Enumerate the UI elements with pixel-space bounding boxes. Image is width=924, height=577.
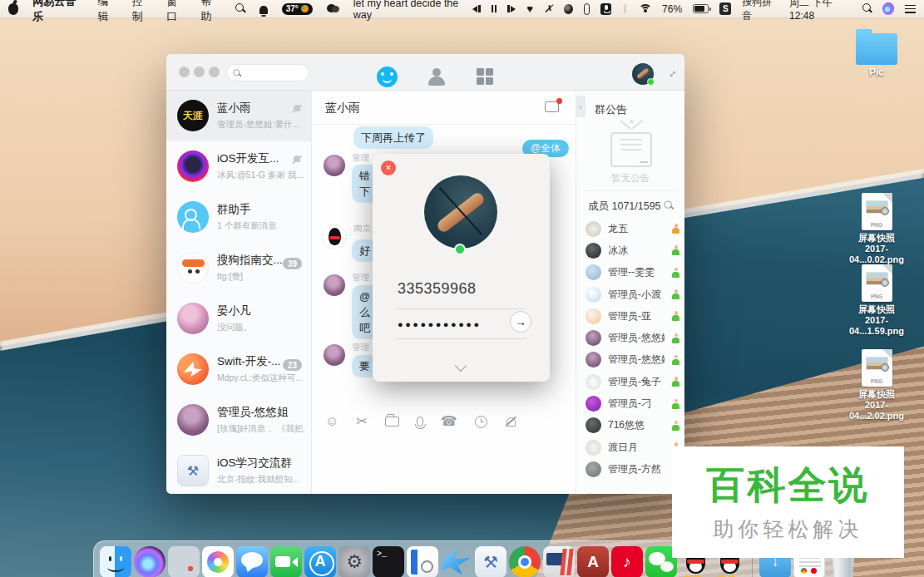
dock-netease-music[interactable]: ♪ bbox=[611, 546, 643, 577]
favorite-heart-icon[interactable]: ♥ bbox=[526, 3, 533, 14]
wifi-icon[interactable] bbox=[639, 4, 651, 13]
login-button[interactable]: → bbox=[510, 311, 531, 333]
dock-launchpad[interactable] bbox=[168, 546, 200, 577]
member-row[interactable]: 716悠悠 bbox=[586, 415, 680, 436]
chat-item-ios-dev[interactable]: iOS开发互...冰风:@51-G 多谢 我... bbox=[166, 141, 311, 192]
user-avatar[interactable] bbox=[632, 63, 654, 85]
dock-system-preferences[interactable]: ⚙ bbox=[338, 546, 370, 577]
dock-chrome[interactable] bbox=[509, 546, 541, 577]
chat-item-group-helper[interactable]: 群助手1 个群有新消息 bbox=[166, 192, 311, 243]
dock-facetime[interactable] bbox=[270, 546, 302, 577]
desktop-file-2[interactable]: PNG 屏幕快照2017-04...1.59.png bbox=[838, 264, 915, 337]
history-icon[interactable] bbox=[475, 416, 487, 428]
chat-bubbles-icon[interactable] bbox=[327, 4, 339, 13]
split-window-icon[interactable] bbox=[545, 101, 559, 112]
chat-item-admin-youyou[interactable]: 管理员-悠悠姐[玫瑰]好消息， 《我把... bbox=[166, 395, 311, 446]
capsule-app-icon[interactable] bbox=[584, 3, 590, 15]
close-button[interactable] bbox=[179, 67, 190, 77]
screenshot-scissors-icon[interactable]: ✂ bbox=[356, 415, 367, 428]
chat-item-swift[interactable]: Swift-开发-...Mdpy.cL:类似这种可... 23 bbox=[166, 344, 311, 395]
zoom-button[interactable] bbox=[209, 67, 220, 77]
emoji-icon[interactable]: ☺ bbox=[325, 415, 338, 428]
dock-siri[interactable] bbox=[134, 546, 166, 577]
next-track-icon[interactable] bbox=[507, 5, 516, 12]
member-row[interactable]: 管理员-方然 bbox=[586, 458, 680, 480]
dock-autocad[interactable]: A bbox=[577, 546, 609, 577]
mic-icon[interactable] bbox=[417, 417, 423, 427]
menu-app-name[interactable]: 网易云音乐 bbox=[32, 0, 83, 24]
chat-item-sogou[interactable]: 搜狗指南交...ttg:[赞] 39 bbox=[166, 243, 311, 293]
swirl-app-icon[interactable] bbox=[564, 4, 573, 14]
member-row[interactable]: 管理员-兔子 bbox=[586, 371, 680, 392]
resize-icon[interactable]: ↔ bbox=[662, 63, 679, 81]
siri-icon[interactable] bbox=[882, 2, 894, 15]
sender-avatar[interactable] bbox=[324, 274, 345, 296]
battery-percent: 76% bbox=[662, 3, 682, 15]
menu-bell-icon[interactable] bbox=[259, 6, 267, 14]
password-field[interactable]: ●●●●●●●●●●● bbox=[398, 319, 482, 329]
chat-item-yanxiaofan[interactable]: 晏小凡没问题。 bbox=[166, 293, 311, 344]
menu-control[interactable]: 控制 bbox=[132, 0, 152, 24]
menu-help[interactable]: 帮助 bbox=[201, 0, 221, 24]
member-avatar bbox=[586, 264, 601, 280]
tab-contacts[interactable] bbox=[426, 66, 447, 87]
dock-messages[interactable] bbox=[236, 546, 268, 577]
panel-collapse-tab[interactable]: › bbox=[576, 96, 586, 117]
member-row[interactable]: 冰冰 bbox=[586, 239, 680, 261]
title-bar[interactable]: ↔ bbox=[166, 54, 684, 91]
dock-parallels[interactable] bbox=[543, 546, 575, 577]
previous-track-icon[interactable] bbox=[472, 5, 481, 12]
folder-icon[interactable] bbox=[385, 417, 399, 427]
dock-photos[interactable] bbox=[202, 546, 234, 577]
chevron-down-icon[interactable] bbox=[455, 360, 467, 372]
menu-search-app-icon[interactable] bbox=[235, 3, 245, 14]
bluetooth-icon[interactable]: ᛒ bbox=[622, 3, 628, 15]
member-row[interactable]: 管理员-小渡 bbox=[586, 284, 680, 305]
desktop-file-1[interactable]: PNG 屏幕快照2017-04...0.02.png bbox=[838, 193, 915, 265]
chat-item-lanxiaoyu[interactable]: 天涯 蓝小雨管理员-悠悠姐:要什... bbox=[166, 91, 311, 141]
menu-clock[interactable]: 周二 下午12:48 bbox=[789, 0, 851, 22]
x-app-icon[interactable]: ✗ bbox=[544, 2, 553, 15]
dock-dictionary[interactable] bbox=[407, 546, 438, 577]
dock-app-store[interactable]: A bbox=[304, 546, 336, 577]
member-row[interactable]: 渡日月 bbox=[586, 436, 680, 458]
apple-menu-icon[interactable] bbox=[8, 3, 18, 15]
member-row[interactable]: 管理--雯雯 bbox=[586, 262, 680, 284]
chat-item-ios-study[interactable]: ⚒ iOS学习交流群北京-指纹:我就想知... bbox=[166, 446, 311, 494]
weather-temperature-badge[interactable]: 37° bbox=[282, 3, 313, 15]
dock-xcode[interactable]: ⚒ bbox=[475, 546, 506, 577]
voice-input-icon[interactable] bbox=[600, 3, 611, 15]
battery-icon[interactable] bbox=[693, 4, 709, 13]
sender-avatar-penguin[interactable] bbox=[322, 224, 347, 249]
menu-edit[interactable]: 编辑 bbox=[97, 0, 117, 24]
member-row[interactable]: 管理员-悠悠姐 bbox=[586, 327, 680, 348]
minimize-button[interactable] bbox=[194, 67, 205, 77]
dock-finder[interactable] bbox=[100, 546, 131, 577]
notify-mute-icon[interactable] bbox=[505, 417, 516, 427]
tab-apps[interactable] bbox=[474, 66, 496, 87]
dock-thunder[interactable] bbox=[441, 546, 472, 577]
sender-avatar[interactable] bbox=[324, 344, 345, 366]
account-number[interactable]: 335359968 bbox=[398, 280, 477, 298]
dialog-close-button[interactable]: × bbox=[381, 160, 396, 175]
notification-center-icon[interactable] bbox=[905, 5, 916, 13]
tab-messages[interactable] bbox=[377, 67, 398, 87]
message-input[interactable] bbox=[312, 436, 576, 494]
sender-avatar[interactable] bbox=[324, 155, 345, 176]
member-row[interactable]: 管理员-亚 bbox=[586, 305, 680, 327]
spotlight-search-icon[interactable] bbox=[862, 3, 872, 14]
member-row[interactable]: 龙五 bbox=[586, 218, 680, 239]
menu-window[interactable]: 窗口 bbox=[166, 0, 186, 24]
member-row[interactable]: 管理员-刁 bbox=[586, 392, 680, 414]
search-input[interactable] bbox=[244, 66, 306, 80]
dock-terminal[interactable]: >_ bbox=[373, 546, 404, 577]
pause-icon[interactable] bbox=[492, 5, 497, 12]
input-method-label[interactable]: 搜狗拼音 bbox=[742, 0, 778, 23]
member-row[interactable]: 管理员-悠悠姐 bbox=[586, 349, 680, 371]
search-field[interactable] bbox=[226, 64, 309, 81]
desktop-file-3[interactable]: PNG 屏幕快照2017-04...2.02.png bbox=[838, 349, 915, 422]
call-icon[interactable]: ☎ bbox=[441, 415, 457, 428]
desktop-folder-pic[interactable]: Pic bbox=[838, 33, 915, 78]
member-search-icon[interactable] bbox=[665, 201, 674, 211]
sogou-icon[interactable]: S bbox=[719, 2, 731, 15]
